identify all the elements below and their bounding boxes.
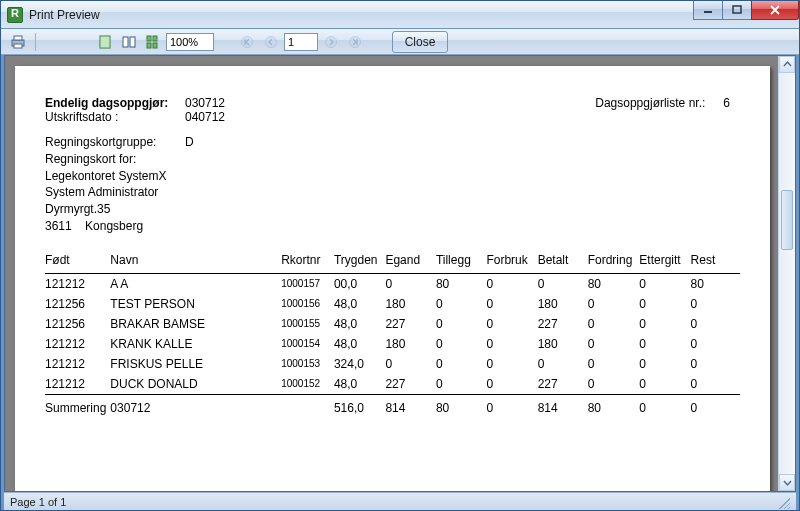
col-egand: Egand bbox=[385, 249, 435, 274]
cell-fodt: 121256 bbox=[45, 314, 110, 334]
gruppe-value: D bbox=[185, 134, 194, 151]
cell-forbruk: 0 bbox=[486, 354, 537, 374]
page-layout-button-2[interactable] bbox=[118, 31, 140, 53]
report-table: Født Navn Rkortnr Trygden Egand Tillegg … bbox=[45, 249, 740, 418]
svg-rect-3 bbox=[14, 36, 22, 40]
cell-tillegg: 80 bbox=[436, 273, 487, 294]
col-navn: Navn bbox=[110, 249, 281, 274]
col-ettergitt: Ettergitt bbox=[639, 249, 690, 274]
printer-icon bbox=[10, 34, 26, 50]
cell-egand: 0 bbox=[385, 273, 435, 294]
col-fordring: Fordring bbox=[588, 249, 640, 274]
cell-forbruk: 0 bbox=[486, 294, 537, 314]
cell-ettergitt: 0 bbox=[639, 273, 690, 294]
cell-rkortnr: 1000152 bbox=[281, 374, 334, 395]
page-layout-button-1[interactable] bbox=[94, 31, 116, 53]
cell-trygden: 48,0 bbox=[334, 374, 385, 395]
window-close-button[interactable] bbox=[751, 1, 799, 20]
col-betalt: Betalt bbox=[538, 249, 588, 274]
cell-ettergitt: 0 bbox=[639, 374, 690, 395]
cell-fordring: 0 bbox=[588, 374, 640, 395]
cell-egand: 180 bbox=[385, 294, 435, 314]
cell-navn: KRANK KALLE bbox=[110, 334, 281, 354]
utskrift-value: 040712 bbox=[185, 110, 225, 124]
col-trygden: Trygden bbox=[334, 249, 385, 274]
cell-ettergitt: 0 bbox=[639, 294, 690, 314]
cell-fordring: 0 bbox=[588, 294, 640, 314]
sum-rest: 0 bbox=[691, 394, 740, 418]
zoom-input[interactable]: 100% bbox=[166, 33, 214, 51]
table-row: 121256TEST PERSON100015648,018000180000 bbox=[45, 294, 740, 314]
scroll-up-button[interactable] bbox=[779, 56, 795, 73]
col-tillegg: Tillegg bbox=[436, 249, 487, 274]
cell-trygden: 48,0 bbox=[334, 334, 385, 354]
two-page-icon bbox=[122, 35, 136, 49]
sum-date: 030712 bbox=[110, 394, 281, 418]
first-page-button[interactable] bbox=[236, 31, 258, 53]
table-row: 121256BRAKAR BAMSE100015548,022700227000 bbox=[45, 314, 740, 334]
last-page-button[interactable] bbox=[344, 31, 366, 53]
svg-rect-7 bbox=[123, 37, 128, 47]
cell-tillegg: 0 bbox=[436, 334, 487, 354]
last-icon bbox=[349, 36, 361, 48]
cell-betalt: 0 bbox=[538, 273, 588, 294]
cell-betalt: 227 bbox=[538, 314, 588, 334]
kontor-line: Legekontoret SystemX bbox=[45, 168, 740, 185]
maximize-button[interactable] bbox=[722, 1, 752, 20]
table-row: 121212FRISKUS PELLE1000153324,00000000 bbox=[45, 354, 740, 374]
page-layout-button-3[interactable] bbox=[142, 31, 164, 53]
titlebar[interactable]: Print Preview bbox=[1, 1, 799, 29]
scroll-down-button[interactable] bbox=[779, 474, 795, 491]
sum-fordring: 80 bbox=[588, 394, 640, 418]
page-number-input[interactable]: 1 bbox=[284, 33, 318, 51]
cell-ettergitt: 0 bbox=[639, 334, 690, 354]
svg-rect-4 bbox=[14, 44, 22, 48]
cell-trygden: 00,0 bbox=[334, 273, 385, 294]
cell-ettergitt: 0 bbox=[639, 314, 690, 334]
svg-rect-8 bbox=[130, 37, 135, 47]
utskrift-label: Utskriftsdato : bbox=[45, 110, 185, 124]
sum-egand: 814 bbox=[385, 394, 435, 418]
print-button[interactable] bbox=[7, 31, 29, 53]
cell-fodt: 121212 bbox=[45, 273, 110, 294]
cell-navn: TEST PERSON bbox=[110, 294, 281, 314]
scrollbar-thumb[interactable] bbox=[781, 190, 793, 250]
gruppe-label: Regningskortgruppe: bbox=[45, 134, 185, 151]
adresse-line: Dyrmyrgt.35 bbox=[45, 201, 740, 218]
next-page-button[interactable] bbox=[320, 31, 342, 53]
cell-rest: 0 bbox=[691, 314, 740, 334]
cell-betalt: 0 bbox=[538, 354, 588, 374]
toolbar: 100% 1 Close bbox=[1, 29, 799, 55]
cell-fodt: 121212 bbox=[45, 374, 110, 395]
cell-rkortnr: 1000153 bbox=[281, 354, 334, 374]
cell-fordring: 80 bbox=[588, 273, 640, 294]
prev-page-button[interactable] bbox=[260, 31, 282, 53]
cell-rest: 0 bbox=[691, 334, 740, 354]
table-row: 121212DUCK DONALD100015248,022700227000 bbox=[45, 374, 740, 395]
preview-viewport[interactable]: Dagsoppgjørliste nr.: 6 Endelig dagsoppg… bbox=[4, 55, 796, 492]
close-preview-button[interactable]: Close bbox=[392, 31, 448, 53]
cell-navn: BRAKAR BAMSE bbox=[110, 314, 281, 334]
svg-rect-9 bbox=[147, 36, 151, 41]
cell-rkortnr: 1000156 bbox=[281, 294, 334, 314]
cell-egand: 180 bbox=[385, 334, 435, 354]
endelig-label: Endelig dagsoppgjør: bbox=[45, 96, 185, 110]
minimize-button[interactable] bbox=[693, 1, 723, 20]
vertical-scrollbar[interactable] bbox=[778, 56, 795, 491]
cell-trygden: 324,0 bbox=[334, 354, 385, 374]
cell-tillegg: 0 bbox=[436, 294, 487, 314]
resize-grip[interactable] bbox=[776, 495, 790, 509]
cell-rest: 0 bbox=[691, 294, 740, 314]
svg-rect-0 bbox=[704, 11, 712, 13]
svg-rect-6 bbox=[100, 36, 110, 48]
svg-rect-12 bbox=[153, 43, 157, 48]
cell-egand: 227 bbox=[385, 374, 435, 395]
svg-rect-1 bbox=[733, 6, 741, 13]
info-block: Regningskortgruppe: D Regningskort for: … bbox=[45, 134, 740, 235]
col-fodt: Født bbox=[45, 249, 110, 274]
cell-navn: DUCK DONALD bbox=[110, 374, 281, 395]
next-icon bbox=[325, 36, 337, 48]
cell-fodt: 121212 bbox=[45, 334, 110, 354]
one-page-icon bbox=[98, 35, 112, 49]
summary-row: Summering 030712 516,0 814 80 0 814 80 0… bbox=[45, 394, 740, 418]
